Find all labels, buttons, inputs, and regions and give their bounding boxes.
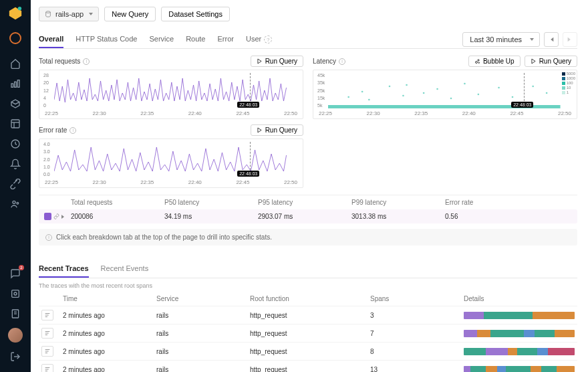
new-query-button[interactable]: New Query bbox=[104, 7, 156, 21]
total-requests-title: Total requestsi bbox=[39, 58, 90, 65]
svg-point-37 bbox=[512, 96, 514, 98]
play-icon bbox=[257, 58, 263, 64]
nav-boards-icon[interactable] bbox=[4, 114, 27, 134]
hint-banner: i Click each breakdown tab at the top of… bbox=[39, 229, 577, 246]
col-p95: P95 latency bbox=[258, 199, 351, 206]
nav-integrations-icon[interactable] bbox=[4, 174, 27, 194]
svg-point-30 bbox=[406, 84, 408, 86]
total-requests-chart[interactable]: 28201240 22:48:03 22:2522:3022:3522:4022… bbox=[39, 70, 303, 119]
time-range-selector[interactable]: Last 30 minutes bbox=[462, 32, 540, 47]
run-query-button[interactable]: Run Query bbox=[251, 124, 303, 136]
summary-table: Total requests P50 latency P95 latency P… bbox=[39, 195, 577, 223]
col-total-requests: Total requests bbox=[71, 199, 164, 206]
step-forward-button[interactable] bbox=[563, 32, 577, 47]
svg-point-31 bbox=[423, 92, 425, 94]
app-logo[interactable] bbox=[6, 4, 25, 23]
svg-point-27 bbox=[368, 99, 370, 101]
trace-row[interactable]: 2 minutes agorailshttp_request8 bbox=[39, 342, 577, 360]
info-icon[interactable]: i bbox=[339, 58, 345, 65]
nav-help-icon[interactable]: 2 bbox=[4, 264, 27, 284]
org-switcher[interactable] bbox=[9, 32, 21, 44]
summary-row[interactable]: 200086 34.19 ms 2903.07 ms 3013.38 ms 0.… bbox=[39, 209, 577, 223]
svg-point-32 bbox=[436, 88, 438, 90]
bubble-icon bbox=[474, 58, 480, 64]
svg-rect-4 bbox=[17, 80, 19, 88]
dataset-name: rails-app bbox=[55, 10, 84, 18]
nav-home-icon[interactable] bbox=[4, 54, 27, 74]
info-icon[interactable]: i bbox=[69, 127, 76, 134]
trace-icon[interactable] bbox=[41, 364, 53, 372]
nav-alerts-icon[interactable] bbox=[4, 154, 27, 174]
row-checkbox[interactable] bbox=[44, 213, 51, 220]
error-rate-chart[interactable]: 4.03.02.01.00.0 22:48:03 22:2522:3022:35… bbox=[39, 138, 303, 188]
logout-icon[interactable] bbox=[4, 347, 27, 367]
trace-icon[interactable] bbox=[41, 328, 53, 339]
tab-user[interactable]: User bbox=[246, 31, 261, 48]
latency-legend: 5000 1000 100 10 1 bbox=[562, 72, 575, 95]
svg-marker-23 bbox=[532, 59, 535, 64]
svg-point-39 bbox=[546, 92, 548, 94]
tab-route[interactable]: Route bbox=[186, 31, 205, 48]
trace-icon[interactable] bbox=[41, 346, 53, 357]
run-query-button[interactable]: Run Query bbox=[251, 56, 303, 67]
svg-marker-18 bbox=[258, 59, 261, 64]
svg-point-20 bbox=[475, 62, 477, 64]
tab-overall[interactable]: Overall bbox=[39, 31, 63, 48]
svg-marker-19 bbox=[258, 128, 261, 132]
span-bar bbox=[464, 312, 575, 319]
latency-chart[interactable]: 45k35k25k15k5k 5000 1000 bbox=[313, 70, 577, 119]
play-icon bbox=[531, 58, 537, 64]
svg-point-10 bbox=[17, 202, 19, 204]
svg-point-21 bbox=[478, 60, 479, 61]
trace-row[interactable]: 2 minutes agorailshttp_request13 bbox=[39, 360, 577, 372]
subtab-recent-events[interactable]: Recent Events bbox=[101, 260, 149, 278]
span-bar bbox=[464, 348, 575, 355]
nav-docs-icon[interactable] bbox=[4, 304, 27, 324]
traces-tabs: Recent TracesRecent Events bbox=[39, 260, 577, 278]
nav-datasets-icon[interactable] bbox=[4, 94, 27, 114]
svg-rect-11 bbox=[12, 290, 19, 298]
trace-icon[interactable] bbox=[41, 310, 53, 320]
svg-rect-2 bbox=[11, 84, 13, 87]
breakdown-tabs-row: OverallHTTP Status CodeServiceRouteError… bbox=[39, 31, 577, 49]
time-marker: 22:48:03 bbox=[511, 102, 533, 108]
span-bar bbox=[464, 330, 575, 337]
tab-http-status-code[interactable]: HTTP Status Code bbox=[76, 31, 137, 48]
nav-team-icon[interactable] bbox=[4, 194, 27, 214]
dataset-selector[interactable]: rails-app bbox=[39, 7, 99, 21]
latency-title: Latencyi bbox=[313, 58, 345, 65]
svg-point-26 bbox=[361, 91, 363, 93]
nav-history-icon[interactable] bbox=[4, 134, 27, 154]
link-icon[interactable] bbox=[53, 213, 59, 219]
bubble-up-button[interactable]: Bubble Up bbox=[468, 56, 521, 67]
tab-service[interactable]: Service bbox=[149, 31, 174, 48]
svg-point-34 bbox=[464, 83, 466, 85]
nav-usage-icon[interactable] bbox=[4, 284, 27, 304]
trace-row[interactable]: 2 minutes agorailshttp_request7 bbox=[39, 324, 577, 342]
error-rate-title: Error ratei bbox=[39, 126, 76, 134]
svg-point-9 bbox=[13, 201, 15, 203]
svg-point-22 bbox=[478, 62, 480, 64]
database-icon bbox=[45, 11, 51, 17]
help-icon[interactable]: ? bbox=[264, 35, 272, 43]
expand-caret[interactable] bbox=[61, 215, 64, 219]
col-error-rate: Error rate bbox=[445, 199, 572, 206]
info-icon: i bbox=[45, 234, 52, 241]
dataset-settings-button[interactable]: Dataset Settings bbox=[161, 7, 230, 21]
svg-point-36 bbox=[498, 87, 500, 89]
trace-row[interactable]: 2 minutes agorailshttp_request3 bbox=[39, 306, 577, 324]
svg-point-17 bbox=[46, 11, 51, 13]
run-query-button[interactable]: Run Query bbox=[525, 56, 577, 67]
svg-rect-3 bbox=[15, 82, 17, 87]
nav-chart-icon[interactable] bbox=[4, 74, 27, 94]
info-icon[interactable]: i bbox=[83, 58, 90, 65]
svg-rect-5 bbox=[11, 120, 19, 128]
traces-description: The traces with the most recent root spa… bbox=[39, 278, 577, 292]
subtab-recent-traces[interactable]: Recent Traces bbox=[39, 260, 89, 278]
tab-error[interactable]: Error bbox=[217, 31, 233, 48]
user-avatar[interactable] bbox=[8, 328, 23, 343]
col-p99: P99 latency bbox=[351, 199, 445, 206]
time-marker: 22:48:03 bbox=[237, 102, 259, 108]
svg-point-33 bbox=[450, 98, 452, 100]
step-back-button[interactable] bbox=[544, 32, 559, 47]
